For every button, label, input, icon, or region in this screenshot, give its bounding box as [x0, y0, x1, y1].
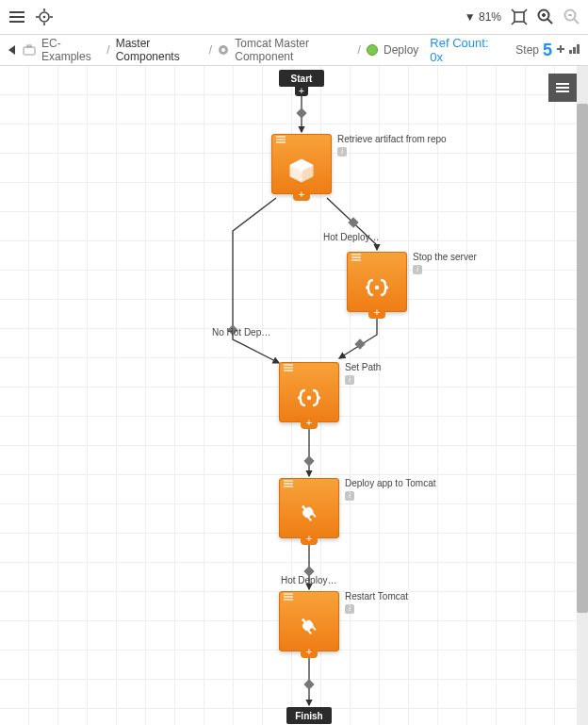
step-add-icon[interactable]: [301, 647, 318, 658]
info-icon[interactable]: [345, 375, 354, 385]
step-counter: Step 5: [515, 41, 580, 60]
zoom-out-icon[interactable]: [564, 8, 580, 25]
crumb-2[interactable]: Tomcat Master Component: [235, 37, 351, 63]
breadcrumb-bar: EC-Examples / Master Components / Tomcat…: [0, 35, 588, 66]
svg-rect-22: [24, 47, 35, 55]
briefcase-icon: [23, 43, 36, 57]
step-add-icon[interactable]: [293, 189, 310, 201]
svg-line-52: [302, 506, 305, 510]
step-restart-tomcat[interactable]: [279, 591, 339, 651]
crumb-1[interactable]: Master Components: [116, 37, 204, 63]
svg-point-4: [43, 16, 46, 19]
start-add-icon[interactable]: [295, 87, 308, 96]
step-retrieve-artifact[interactable]: [271, 134, 332, 194]
vertical-scrollbar[interactable]: [577, 66, 588, 725]
deploy-dot-icon: [367, 43, 378, 57]
zoom-in-icon[interactable]: [537, 8, 554, 25]
finish-node[interactable]: Finish: [286, 707, 332, 724]
svg-point-44: [375, 286, 379, 289]
edge-label: Hot Deploy…: [323, 232, 379, 242]
svg-marker-21: [8, 45, 15, 55]
svg-line-62: [313, 627, 316, 631]
svg-rect-30: [577, 44, 580, 54]
step-label: Retrieve artifact from repo: [337, 134, 447, 144]
svg-line-11: [524, 9, 527, 12]
step-set-path[interactable]: [279, 362, 339, 422]
svg-point-48: [307, 396, 311, 400]
svg-line-61: [308, 630, 311, 634]
toolbar: ▼ 81%: [0, 0, 588, 35]
add-step-icon[interactable]: [556, 43, 565, 57]
side-panel-toggle[interactable]: [548, 74, 577, 102]
braces-icon: [279, 373, 339, 422]
workflow-canvas[interactable]: Start Finish Retrieve artifact from repo…: [0, 66, 588, 725]
svg-line-59: [302, 619, 305, 623]
edge-label: No Hot Dep…: [212, 327, 270, 338]
svg-line-15: [547, 19, 552, 24]
start-node[interactable]: Start: [279, 70, 324, 87]
info-icon[interactable]: [413, 265, 422, 274]
svg-line-55: [313, 514, 316, 518]
plug-icon: [279, 489, 339, 538]
svg-rect-29: [573, 47, 576, 54]
component-icon: [218, 43, 229, 57]
ref-count: Ref Count: 0x: [430, 36, 495, 64]
svg-line-19: [574, 19, 579, 24]
svg-rect-9: [514, 12, 524, 22]
info-icon[interactable]: [345, 604, 354, 614]
step-label: Stop the server: [413, 252, 477, 262]
crumb-3[interactable]: Deploy: [384, 43, 418, 57]
step-label: Set Path: [345, 362, 381, 372]
svg-line-10: [512, 9, 514, 12]
step-label: Deploy app to Tomcat: [345, 478, 436, 488]
scrollbar-thumb[interactable]: [577, 104, 588, 613]
back-icon[interactable]: [8, 45, 17, 55]
svg-line-54: [308, 517, 311, 520]
step-add-icon[interactable]: [368, 307, 385, 319]
cube-icon: [271, 145, 332, 194]
step-label: Restart Tomcat: [345, 591, 408, 601]
chart-icon[interactable]: [569, 43, 580, 57]
menu-icon[interactable]: [8, 8, 26, 26]
svg-line-13: [524, 22, 527, 25]
zoom-dropdown[interactable]: ▼ 81%: [465, 10, 501, 24]
svg-rect-23: [27, 45, 31, 47]
edge-label: Hot Deploy…: [281, 575, 336, 585]
info-icon[interactable]: [337, 147, 347, 157]
svg-line-12: [512, 22, 514, 25]
svg-rect-28: [569, 50, 572, 54]
target-icon[interactable]: [36, 8, 53, 25]
crumb-0[interactable]: EC-Examples: [41, 37, 101, 63]
step-add-icon[interactable]: [301, 534, 318, 545]
step-deploy-app[interactable]: [279, 478, 339, 538]
svg-point-25: [221, 48, 225, 52]
plug-icon: [279, 602, 339, 651]
fit-icon[interactable]: [511, 8, 528, 25]
step-stop-server[interactable]: [347, 252, 407, 312]
info-icon[interactable]: [345, 491, 354, 501]
braces-icon: [347, 263, 407, 312]
step-add-icon[interactable]: [301, 418, 318, 429]
